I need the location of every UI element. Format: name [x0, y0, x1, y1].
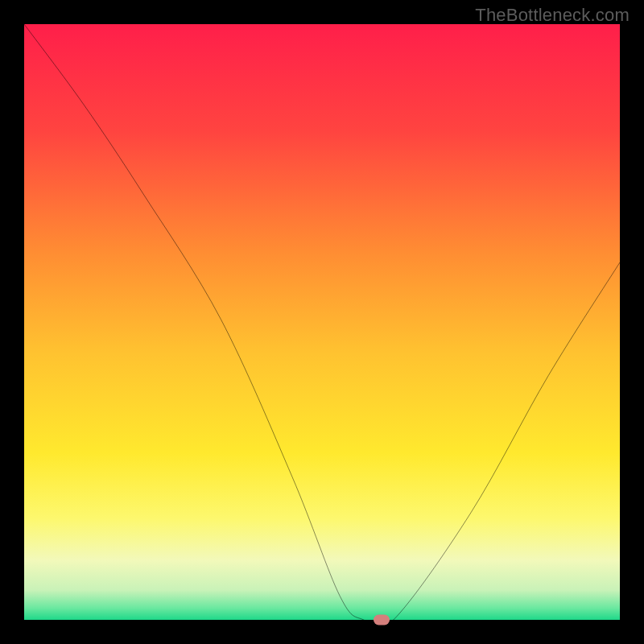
chart-frame: TheBottleneck.com [0, 0, 644, 644]
bottleneck-curve [24, 24, 620, 620]
plot-area [24, 24, 620, 620]
optimum-marker [374, 615, 390, 625]
curve-path [24, 24, 620, 629]
watermark-text: TheBottleneck.com [475, 5, 630, 26]
